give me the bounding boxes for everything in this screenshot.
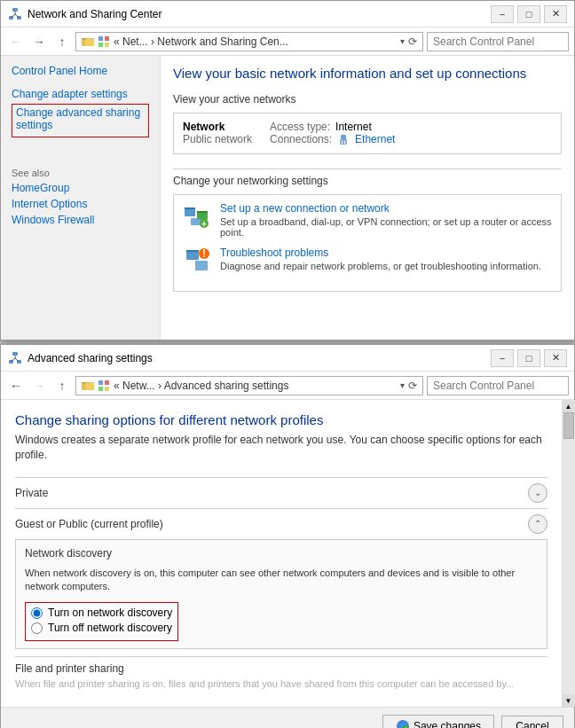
close-btn-2[interactable]: ✕ xyxy=(544,349,567,367)
turn-off-discovery-option[interactable]: Turn off network discovery xyxy=(31,622,172,634)
page-title-2: Change sharing options for different net… xyxy=(15,412,547,427)
save-changes-button[interactable]: ★ Save changes xyxy=(382,715,494,728)
svg-rect-42 xyxy=(98,387,103,391)
access-type-label: Access type: xyxy=(270,121,330,133)
setup-icon-box: + xyxy=(183,202,211,231)
troubleshoot-item: ! Troubleshoot problems Diagnose and rep… xyxy=(183,247,552,275)
shield-save-icon: ★ xyxy=(396,719,410,728)
subtitle-2: Windows creates a separate network profi… xyxy=(15,433,547,463)
address-path-1[interactable]: « Net... › Network and Sharing Cen... ▾ … xyxy=(75,32,423,51)
up-btn-1[interactable]: ↑ xyxy=(52,32,72,51)
maximize-btn-1[interactable]: □ xyxy=(517,5,540,23)
connections-label: Connections: xyxy=(270,133,332,146)
connections-value[interactable]: Ethernet xyxy=(355,133,395,146)
content-area-1: Control Panel Home Change adapter settin… xyxy=(1,56,574,340)
address-path-2[interactable]: « Netw... › Advanced sharing settings ▾ … xyxy=(75,376,423,395)
troubleshoot-link[interactable]: Troubleshoot problems xyxy=(220,247,541,259)
svg-rect-15 xyxy=(341,135,346,139)
network-discovery-title: Network discovery xyxy=(25,547,538,560)
main-content-1: View your basic network information and … xyxy=(161,56,574,340)
svg-rect-20 xyxy=(185,207,195,209)
window-title-1: Network and Sharing Center xyxy=(28,8,161,20)
svg-rect-0 xyxy=(12,8,18,12)
svg-rect-12 xyxy=(105,43,109,47)
window-title-2: Advanced sharing settings xyxy=(28,352,153,364)
guest-public-profile-section: Guest or Public (current profile) ⌃ xyxy=(15,508,547,539)
private-expand-btn[interactable]: ⌄ xyxy=(528,483,547,503)
network-left: Network Public network xyxy=(183,121,252,146)
refresh-btn-1[interactable]: ⟳ xyxy=(408,35,417,48)
guest-public-label: Guest or Public (current profile) xyxy=(15,518,163,530)
setup-item: + Set up a new connection or network Set… xyxy=(183,202,552,238)
network-icon-2 xyxy=(8,351,22,365)
forward-btn-2[interactable]: → xyxy=(29,376,49,395)
networking-settings-label: Change your networking settings xyxy=(173,168,562,187)
maximize-btn-2[interactable]: □ xyxy=(517,349,540,367)
search-input-2[interactable] xyxy=(433,380,566,392)
svg-text:!: ! xyxy=(202,247,206,260)
sidebar-windows-firewall[interactable]: Windows Firewall xyxy=(12,214,149,226)
network-type: Public network xyxy=(183,133,252,145)
turn-on-discovery-option[interactable]: Turn on network discovery xyxy=(31,607,172,619)
back-btn-1[interactable]: ← xyxy=(6,32,26,51)
scroll-up-2[interactable]: ▲ xyxy=(563,400,575,412)
network-box: Network Public network Access type: Inte… xyxy=(173,113,562,154)
private-profile-section: Private ⌄ xyxy=(15,477,547,508)
address-dropdown-1[interactable]: ▾ xyxy=(400,36,405,46)
sidebar-homegroup[interactable]: HomeGroup xyxy=(12,182,149,194)
private-profile-header: Private ⌄ xyxy=(15,478,547,508)
search-input-1[interactable] xyxy=(433,35,566,48)
back-btn-2[interactable]: ← xyxy=(6,376,26,395)
setup-link[interactable]: Set up a new connection or network xyxy=(220,202,552,215)
folder-icon-1 xyxy=(82,35,94,48)
grid-icon-1 xyxy=(98,35,110,48)
svg-rect-40 xyxy=(98,380,103,385)
sidebar-1: Control Panel Home Change adapter settin… xyxy=(1,56,161,340)
search-box-2 xyxy=(427,376,569,395)
network-row: Network Public network Access type: Inte… xyxy=(183,121,552,146)
window2-inner: Change sharing options for different net… xyxy=(1,400,574,707)
svg-rect-39 xyxy=(85,383,94,390)
minimize-btn-2[interactable]: − xyxy=(491,349,514,367)
sidebar-control-panel-home[interactable]: Control Panel Home xyxy=(12,65,149,77)
network-discovery-desc: When network discovery is on, this compu… xyxy=(25,567,538,594)
window-network-sharing: Network and Sharing Center − □ ✕ ← → ↑ «… xyxy=(0,0,575,341)
troubleshoot-icon: ! xyxy=(183,247,211,275)
svg-rect-41 xyxy=(105,380,109,385)
networking-settings-section: Change your networking settings + xyxy=(173,168,562,292)
radio-options-highlight: Turn on network discovery Turn off netwo… xyxy=(25,602,178,641)
address-text-2: « Netw... › Advanced sharing settings xyxy=(114,380,288,392)
forward-btn-1[interactable]: → xyxy=(29,32,49,51)
turn-off-label: Turn off network discovery xyxy=(48,622,172,634)
file-sharing-section: File and printer sharing When file and p… xyxy=(15,656,547,694)
network-discovery-content: Network discovery When network discovery… xyxy=(15,539,547,650)
scroll-down-2[interactable]: ▼ xyxy=(563,694,575,707)
refresh-btn-2[interactable]: ⟳ xyxy=(408,380,417,392)
minimize-btn-1[interactable]: − xyxy=(491,5,514,23)
scrollbar-2[interactable]: ▲ ▼ xyxy=(562,400,574,707)
svg-rect-22 xyxy=(197,211,208,213)
troubleshoot-icon-box: ! xyxy=(183,247,211,275)
file-sharing-title: File and printer sharing xyxy=(15,662,547,675)
sidebar-change-adapter[interactable]: Change adapter settings xyxy=(12,88,149,100)
scroll-track-2[interactable] xyxy=(563,412,575,694)
address-dropdown-2[interactable]: ▾ xyxy=(400,380,405,390)
file-sharing-desc: When file and printer sharing is on, fil… xyxy=(15,678,547,689)
active-networks-label: View your active networks xyxy=(173,93,562,106)
address-bar-1: ← → ↑ « Net... › Network and Sharing Cen… xyxy=(1,27,574,56)
svg-rect-17 xyxy=(342,141,343,144)
sidebar-change-advanced[interactable]: Change advanced sharing settings xyxy=(16,106,145,131)
sidebar-internet-options[interactable]: Internet Options xyxy=(12,198,149,210)
up-btn-2[interactable]: ↑ xyxy=(52,376,72,395)
scroll-thumb-2[interactable] xyxy=(563,412,574,439)
turn-on-radio[interactable] xyxy=(31,607,43,619)
access-type-value: Internet xyxy=(335,121,372,133)
svg-rect-28 xyxy=(195,261,208,270)
search-box-1 xyxy=(427,32,569,51)
title-bar-1: Network and Sharing Center − □ ✕ xyxy=(1,1,574,27)
guest-public-expand-btn[interactable]: ⌃ xyxy=(528,514,547,534)
cancel-button[interactable]: Cancel xyxy=(501,716,563,728)
turn-off-radio[interactable] xyxy=(31,622,43,634)
close-btn-1[interactable]: ✕ xyxy=(544,5,567,23)
setup-text: Set up a new connection or network Set u… xyxy=(220,202,552,238)
